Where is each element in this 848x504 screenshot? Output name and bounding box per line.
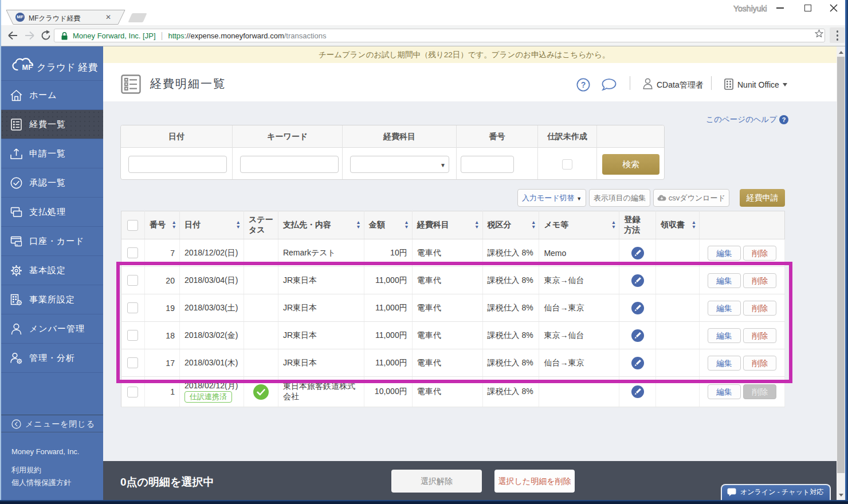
svg-text:?: ? [581, 80, 586, 89]
svg-text:MF: MF [22, 64, 33, 70]
